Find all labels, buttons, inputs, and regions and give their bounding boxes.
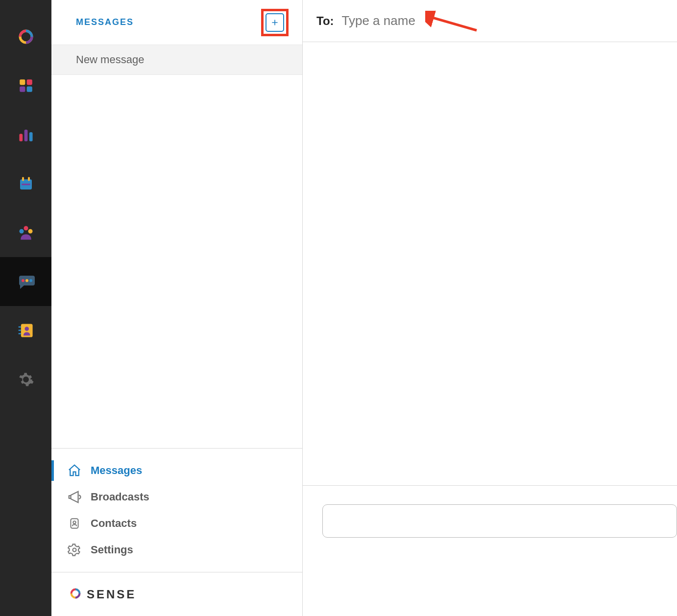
svg-rect-11	[28, 177, 30, 181]
svg-rect-6	[24, 130, 27, 142]
conversation-empty-area	[303, 42, 677, 485]
sub-nav-settings[interactable]: Settings	[51, 537, 302, 563]
rail-item-analytics[interactable]	[0, 110, 51, 159]
sub-nav-broadcasts[interactable]: Broadcasts	[51, 484, 302, 510]
compose-bar	[303, 485, 677, 616]
contact-card-icon	[66, 515, 83, 532]
annotation-highlight-box	[261, 9, 289, 36]
sub-nav: Messages Broadcasts Contacts	[51, 448, 302, 572]
sub-nav-label: Settings	[91, 544, 133, 556]
message-compose-input[interactable]	[322, 504, 677, 538]
sub-nav-messages[interactable]: Messages	[51, 457, 302, 484]
svg-point-17	[29, 279, 32, 282]
calendar-icon	[16, 173, 36, 194]
new-message-button[interactable]	[266, 13, 284, 32]
left-nav-rail	[0, 0, 51, 616]
svg-point-15	[22, 279, 24, 282]
contacts-book-icon	[16, 320, 36, 341]
svg-rect-1	[20, 79, 25, 85]
message-item-label: New message	[76, 53, 144, 66]
messages-title: MESSAGES	[76, 17, 134, 27]
sub-nav-contacts[interactable]: Contacts	[51, 510, 302, 537]
svg-point-19	[24, 327, 29, 331]
svg-point-16	[25, 279, 28, 282]
svg-rect-20	[18, 327, 21, 328]
rail-item-settings[interactable]	[0, 355, 51, 404]
svg-point-24	[73, 521, 75, 523]
gear-outline-icon	[66, 542, 83, 558]
rail-item-logo[interactable]	[0, 12, 51, 61]
svg-rect-5	[19, 134, 23, 141]
gear-icon	[16, 369, 36, 390]
message-list-item-new[interactable]: New message	[51, 45, 302, 75]
svg-rect-9	[22, 184, 30, 185]
logo-ring-icon	[16, 26, 36, 47]
svg-rect-21	[18, 330, 21, 331]
messages-empty-area	[51, 75, 302, 448]
plus-icon	[271, 19, 279, 26]
megaphone-icon	[66, 489, 83, 505]
svg-rect-4	[26, 87, 32, 92]
people-icon	[16, 222, 36, 243]
sub-nav-label: Broadcasts	[91, 491, 149, 503]
rail-item-calendar[interactable]	[0, 159, 51, 208]
messages-header: MESSAGES	[51, 0, 302, 45]
rail-item-apps[interactable]	[0, 61, 51, 110]
svg-point-13	[19, 229, 24, 234]
rail-item-messaging[interactable]	[0, 257, 51, 306]
home-icon	[66, 462, 83, 479]
conversation-panel: To:	[303, 0, 677, 616]
bar-chart-icon	[16, 124, 36, 145]
rail-item-people[interactable]	[0, 208, 51, 257]
to-label: To:	[316, 14, 334, 28]
apps-grid-icon	[16, 75, 36, 96]
recipient-input[interactable]	[342, 13, 677, 28]
svg-rect-2	[26, 79, 32, 85]
sub-nav-label: Contacts	[91, 517, 137, 530]
messages-panel: MESSAGES New message Messages	[51, 0, 303, 616]
svg-rect-7	[29, 132, 32, 142]
brand-bar: SENSE	[51, 572, 302, 616]
svg-point-12	[24, 226, 28, 231]
svg-point-14	[28, 229, 32, 234]
brand-text: SENSE	[87, 588, 136, 601]
rail-item-contacts-book[interactable]	[0, 306, 51, 355]
recipient-bar: To:	[303, 0, 677, 42]
svg-point-25	[73, 548, 76, 552]
svg-rect-10	[22, 177, 24, 181]
svg-rect-22	[18, 333, 21, 334]
brand-ring-icon	[69, 587, 82, 602]
sub-nav-label: Messages	[91, 464, 142, 477]
chat-bubble-icon	[16, 271, 36, 292]
svg-rect-3	[20, 87, 25, 92]
